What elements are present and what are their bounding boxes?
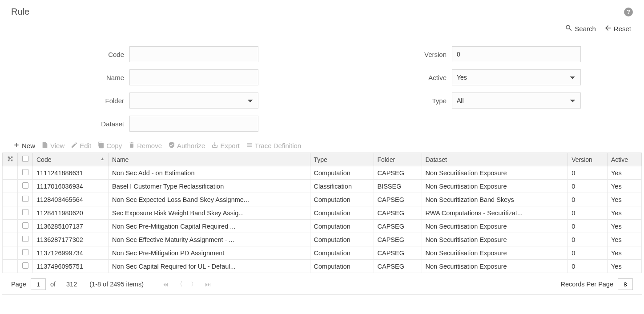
cell-code: 1136287177302 [33,233,109,246]
cell-type: Computation [310,233,374,246]
sort-asc-icon: ▲ [100,156,105,161]
row-checkbox[interactable] [22,182,28,189]
cell-folder: CAPSEG [374,193,422,206]
cell-version: 0 [568,220,608,233]
row-check-cell [18,233,33,246]
col-active[interactable]: Active [608,153,642,166]
cell-version: 0 [568,180,608,193]
row-checkbox[interactable] [22,222,28,229]
cell-version: 0 [568,166,608,180]
view-icon [41,141,48,150]
cell-code: 1137126999734 [33,246,109,260]
export-icon [211,141,218,150]
table-row[interactable]: 1111241886631Non Sec Add - on Estimation… [3,166,642,180]
prev-page-button[interactable]: 〈 [175,280,185,288]
search-icon [565,24,573,33]
cell-code: 1128411980620 [33,206,109,220]
rules-table: Code▲ Name Type Folder Dataset Version A… [2,153,642,273]
cell-active: Yes [608,193,642,206]
view-label: View [50,142,64,149]
reset-icon [604,24,612,33]
row-checkbox[interactable] [22,196,28,202]
cell-folder: CAPSEG [374,166,422,180]
row-tree-cell [3,260,18,273]
cell-type: Computation [310,220,374,233]
export-label: Export [220,142,239,149]
cell-dataset: Non Securitisation Exposure [422,180,568,193]
tree-header[interactable] [3,153,18,166]
cell-name: Basel I Customer Type Reclassification [109,180,310,193]
cell-active: Yes [608,246,642,260]
row-checkbox[interactable] [22,236,28,242]
view-button[interactable]: View [41,141,64,150]
row-checkbox[interactable] [22,249,28,255]
help-icon[interactable]: ? [624,8,633,16]
table-row[interactable]: 1128403465564Non Sec Expected Loss Band … [3,193,642,206]
reset-button[interactable]: Reset [604,24,631,33]
row-check-cell [18,220,33,233]
remove-button[interactable]: Remove [128,141,162,150]
export-button[interactable]: Export [211,141,239,150]
copy-icon [97,141,105,150]
first-page-button[interactable]: ⏮ [161,281,170,288]
table-row[interactable]: 1136287177302Non Sec Effective Maturity … [3,233,642,246]
name-input[interactable] [129,69,258,85]
copy-button[interactable]: Copy [97,141,122,150]
cell-dataset: Non Securitisation Exposure [422,260,568,273]
table-row[interactable]: 1128411980620Sec Exposure Risk Weight Ba… [3,206,642,220]
col-folder[interactable]: Folder [374,153,422,166]
cell-type: Computation [310,260,374,273]
col-name[interactable]: Name [109,153,310,166]
select-all-header[interactable] [18,153,33,166]
version-label: Version [335,51,447,58]
cell-version: 0 [568,206,608,220]
trace-button[interactable]: Trace Definition [246,141,302,150]
cell-name: Non Sec Pre-Mitigation Capital Required … [109,220,310,233]
page-label: Page [11,281,26,288]
table-row[interactable]: 1117016036934Basel I Customer Type Recla… [3,180,642,193]
table-row[interactable]: 1136285107137Non Sec Pre-Mitigation Capi… [3,220,642,233]
row-checkbox[interactable] [22,169,28,175]
authorize-button[interactable]: Authorize [168,141,205,150]
pager: Page of 312 (1-8 of 2495 items) ⏮ 〈 〉 ⏭ … [2,273,642,294]
cell-version: 0 [568,193,608,206]
row-checkbox[interactable] [22,209,28,215]
dataset-input[interactable] [129,116,258,132]
row-tree-cell [3,206,18,220]
row-check-cell [18,166,33,180]
row-tree-cell [3,220,18,233]
cell-active: Yes [608,180,642,193]
page-input[interactable] [31,278,46,290]
cell-name: Non Sec Add - on Estimation [109,166,310,180]
cell-code: 1111241886631 [33,166,109,180]
col-dataset[interactable]: Dataset [422,153,568,166]
select-all-checkbox[interactable] [22,156,28,162]
cell-folder: BISSEG [374,180,422,193]
cell-code: 1136285107137 [33,220,109,233]
row-checkbox[interactable] [22,262,28,269]
table-row[interactable]: 1137126999734Non Sec Pre-Mitigation PD A… [3,246,642,260]
rpp-input[interactable] [618,278,633,290]
last-page-button[interactable]: ⏭ [203,281,213,288]
new-button[interactable]: New [13,141,35,150]
copy-label: Copy [106,142,122,149]
col-type[interactable]: Type [310,153,374,166]
cell-folder: CAPSEG [374,246,422,260]
new-label: New [22,142,35,149]
col-code[interactable]: Code▲ [33,153,109,166]
plus-icon [13,141,20,150]
type-select[interactable]: All [452,93,581,109]
folder-select[interactable] [129,93,258,109]
active-select[interactable]: Yes [452,69,581,85]
search-button[interactable]: Search [565,24,596,33]
table-row[interactable]: 1137496095751Non Sec Capital Required fo… [3,260,642,273]
trace-label: Trace Definition [255,142,302,149]
next-page-button[interactable]: 〉 [189,280,199,288]
row-check-cell [18,180,33,193]
col-version[interactable]: Version [568,153,608,166]
version-input[interactable] [452,46,581,62]
cell-name: Non Sec Expected Loss Band Skey Assignme… [109,193,310,206]
edit-button[interactable]: Edit [71,141,91,150]
code-input[interactable] [129,46,258,62]
active-label: Active [335,74,447,81]
